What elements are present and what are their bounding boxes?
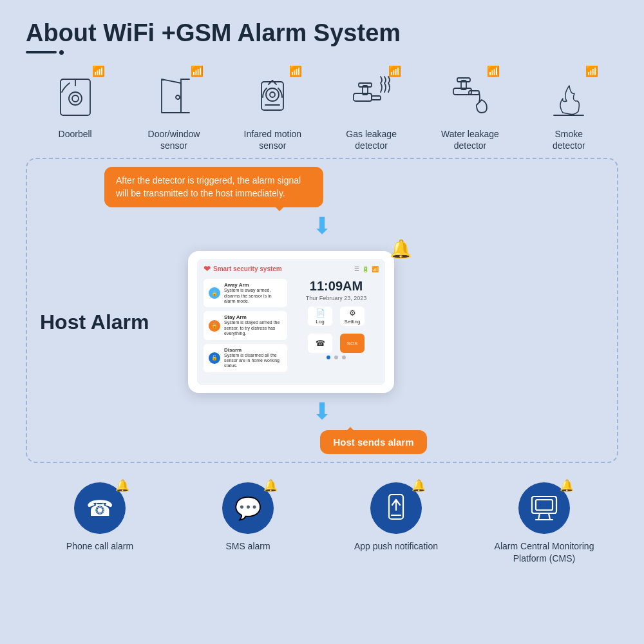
underline-dot — [59, 50, 64, 55]
wifi-icon-gas: 📶 — [388, 65, 401, 77]
alarm-device-screen: ❤ Smart security system ☰ 🔋 📶 — [197, 259, 385, 385]
host-row: Host Alarm ❤ Smart security system ☰ 🔋 — [40, 251, 604, 393]
wifi-icon-door: 📶 — [191, 65, 204, 77]
menu-stay-arm: 🔒 Stay Arm System is stayed armed the se… — [204, 311, 287, 339]
notif-sms: 💬 🔔 SMS alarm — [184, 482, 312, 553]
away-arm-icon: 🔒 — [209, 287, 220, 299]
wifi-icon-water: 📶 — [487, 65, 500, 77]
log-button[interactable]: 📄 Log — [308, 307, 332, 326]
svg-point-9 — [266, 88, 279, 101]
svg-rect-20 — [457, 78, 470, 82]
cms-icon — [529, 495, 559, 521]
svg-point-3 — [72, 95, 79, 102]
doorbell-label: Doorbell — [59, 128, 92, 140]
dashed-container: After the detector is triggered, the ala… — [26, 158, 618, 463]
title-underline — [26, 50, 618, 55]
water-detector-icon-wrap: 📶 — [444, 70, 496, 122]
gas-detector-icon — [348, 74, 395, 118]
cms-label: Alarm Central MonitoringPlatform (CMS) — [495, 540, 594, 565]
device-motion-sensor: 📶 Infared motionsensor — [227, 70, 317, 151]
device-date: Thur February 23, 2023 — [306, 295, 367, 301]
setting-button[interactable]: ⚙ Setting — [340, 307, 365, 326]
speech-bubble-trigger: After the detector is triggered, the ala… — [104, 167, 323, 207]
device-bottom-icons: 📄 Log ⚙ Setting ☎ — [294, 307, 379, 353]
gas-detector-icon-wrap: 📶 — [346, 70, 397, 122]
svg-rect-8 — [261, 82, 283, 110]
smoke-detector-label: Smokedetector — [553, 128, 585, 151]
water-detector-label: Water leakagedetector — [441, 128, 499, 151]
sos-button[interactable]: SOS — [340, 334, 365, 353]
device-water-detector: 📶 Water leakagedetector — [425, 70, 515, 151]
motion-sensor-icon-wrap: 📶 — [247, 70, 298, 122]
bell-icon-app: 🔔 — [412, 478, 426, 493]
device-door-window: 📶 Door/windowsensor — [129, 70, 219, 151]
device-status-icons: ☰ 🔋 📶 — [354, 266, 379, 272]
svg-rect-17 — [359, 83, 372, 87]
motion-sensor-icon — [252, 74, 292, 118]
stay-arm-icon: 🔒 — [209, 320, 220, 332]
water-detector-icon — [447, 74, 493, 118]
header-section: About WiFi +GSM Alarm System — [26, 19, 618, 55]
menu-disarm: 🔓 Disarm System is disarmed all the sens… — [204, 344, 287, 372]
host-alarm-label: Host Alarm — [40, 310, 169, 334]
app-push-icon-wrap: 🔔 — [370, 482, 422, 534]
svg-point-1 — [69, 92, 82, 105]
page-title: About WiFi +GSM Alarm System — [26, 19, 618, 48]
notifications-row: ☎ 🔔 Phone call alarm 💬 🔔 SMS alarm — [26, 482, 618, 565]
smoke-detector-icon — [549, 74, 589, 118]
disarm-icon: 🔓 — [209, 352, 220, 364]
speech-bubble-host-sends: Host sends alarm — [320, 430, 426, 454]
svg-point-7 — [176, 95, 180, 99]
app-push-icon — [384, 493, 408, 523]
smoke-detector-icon-wrap: 📶 — [543, 70, 594, 122]
phone-call-icon-wrap: ☎ 🔔 — [74, 482, 126, 534]
svg-line-13 — [272, 80, 276, 84]
svg-rect-21 — [469, 91, 479, 95]
sms-icon: 💬 — [234, 495, 261, 521]
device-top-bar: ❤ Smart security system ☰ 🔋 📶 — [204, 264, 379, 274]
svg-line-30 — [549, 513, 550, 520]
door-window-label: Door/windowsensor — [148, 128, 200, 151]
bell-icon-sms: 🔔 — [263, 478, 278, 493]
sms-label: SMS alarm — [225, 540, 270, 553]
svg-point-11 — [270, 92, 275, 97]
alarm-device: ❤ Smart security system ☰ 🔋 📶 — [188, 251, 394, 393]
cms-icon-wrap: 🔔 — [518, 482, 570, 534]
device-gas-detector: 📶 Gas leakagedetector — [327, 70, 417, 151]
doorbell-icon-wrap: 📶 — [50, 70, 101, 122]
underline-dash — [26, 51, 57, 53]
wifi-icon-smoke: 📶 — [585, 65, 598, 77]
gas-detector-label: Gas leakagedetector — [346, 128, 397, 151]
devices-section: 📶 Doorbell 📶 — [26, 70, 618, 151]
notif-app-push: 🔔 App push notification — [332, 482, 460, 553]
motion-sensor-label: Infared motionsensor — [244, 128, 302, 151]
device-right-area: 11:09AM Thur February 23, 2023 📄 Log ⚙ — [294, 279, 379, 380]
device-left-menu: 🔒 Away Arm System is away armed, disarms… — [204, 279, 287, 380]
arrow-down-2: ⬇ — [312, 398, 332, 425]
notif-cms: 🔔 Alarm Central MonitoringPlatform (CMS) — [480, 482, 609, 565]
bell-icon-cms: 🔔 — [560, 478, 574, 493]
phone-call-label: Phone call alarm — [66, 540, 133, 553]
arrow-down-1: ⬇ — [312, 213, 332, 240]
device-time: 11:09AM — [310, 279, 363, 294]
phone-call-icon: ☎ — [86, 495, 113, 521]
call-button[interactable]: ☎ — [308, 334, 332, 353]
device-smoke-detector: 📶 Smokedetector — [524, 70, 614, 151]
wifi-icon-doorbell: 📶 — [92, 65, 105, 77]
svg-rect-15 — [372, 96, 381, 100]
bell-icon-phone: 🔔 — [115, 478, 129, 493]
notif-phone-call: ☎ 🔔 Phone call alarm — [35, 482, 164, 553]
sms-icon-wrap: 💬 🔔 — [222, 482, 274, 534]
svg-rect-32 — [536, 500, 553, 510]
menu-away-arm: 🔒 Away Arm System is away armed, disarms… — [204, 279, 287, 307]
device-main-area: 🔒 Away Arm System is away armed, disarms… — [204, 279, 379, 380]
wifi-icon-motion: 📶 — [289, 65, 302, 77]
doorbell-icon — [55, 74, 95, 118]
app-push-label: App push notification — [354, 540, 438, 553]
svg-line-29 — [538, 513, 540, 520]
device-brand: ❤ Smart security system — [204, 264, 282, 274]
door-window-icon-wrap: 📶 — [148, 70, 200, 122]
bell-alarm-icon: 🔔 — [390, 238, 412, 260]
svg-line-12 — [269, 80, 272, 84]
door-window-icon — [154, 74, 194, 118]
